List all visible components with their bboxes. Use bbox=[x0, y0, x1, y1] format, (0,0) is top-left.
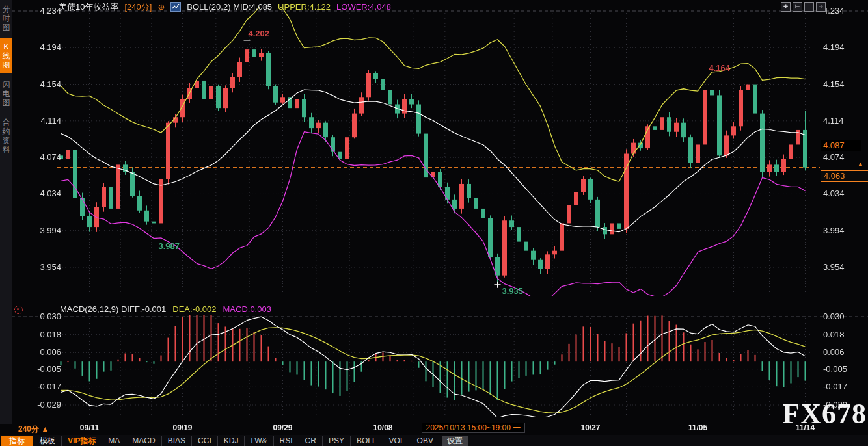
toolbar-tab-CR[interactable]: CR bbox=[299, 436, 322, 446]
toolbar-tab-PSY[interactable]: PSY bbox=[322, 436, 350, 446]
macd-axis-label: -0.005 bbox=[823, 364, 862, 374]
price-axis-label: 4.154 bbox=[22, 79, 61, 89]
boll-upper-label: UPPER:4.122 bbox=[278, 2, 331, 12]
last-price-label: 4.063 bbox=[821, 170, 868, 182]
price-axis-label: 3.994 bbox=[22, 226, 61, 235]
chart-tool-icons: ✚⊢⊥↦ bbox=[781, 2, 826, 12]
macd-axis-label: -0.017 bbox=[22, 382, 61, 391]
macd-axis-label: 0.006 bbox=[823, 347, 862, 357]
toolbar-tab-MACD[interactable]: MACD bbox=[126, 436, 161, 446]
macd-value-label: MACD:0.003 bbox=[223, 304, 271, 314]
dropdown-arrow-icon: ▲ bbox=[41, 425, 49, 434]
instrument-title: 美债10年收益率 bbox=[59, 1, 118, 13]
toolbar-tab-设置[interactable]: 设置 bbox=[442, 436, 468, 446]
macd-axis-label: -0.005 bbox=[22, 364, 61, 374]
macd-axis-label: -0.029 bbox=[22, 400, 61, 410]
toolbar-tab-RSI[interactable]: RSI bbox=[273, 436, 299, 446]
mid-price-label: 4.087 bbox=[821, 140, 861, 151]
toolbar-tab-KDJ[interactable]: KDJ bbox=[217, 436, 245, 446]
macd-axis-label: 0.030 bbox=[823, 311, 862, 321]
macd-axis-label: -0.017 bbox=[823, 382, 862, 391]
x-axis-tick: 10/27 bbox=[562, 423, 620, 432]
toolbar-tab-VOL[interactable]: VOL bbox=[383, 436, 411, 446]
price-axis-label: 4.074 bbox=[22, 152, 61, 162]
brand-watermark: FX678 bbox=[782, 397, 867, 430]
trading-terminal: 分时图K线图闪电图合约资料 美债10年收益率 [240分] ⊕ BOLL(20,… bbox=[0, 0, 868, 446]
x-axis-tick: 11/05 bbox=[669, 423, 727, 432]
toolbar-tab-BIAS[interactable]: BIAS bbox=[161, 436, 191, 446]
sidebar-item-3[interactable]: 闪电图 bbox=[0, 75, 12, 111]
price-axis-label: 4.194 bbox=[823, 42, 862, 52]
sidebar-item-4[interactable]: 合约资料 bbox=[0, 113, 12, 158]
x-axis-tick: 10/08 bbox=[354, 423, 413, 432]
boll-lower-label: LOWER:4.048 bbox=[336, 2, 391, 12]
indicator-toolbar: 指标模板VIP指标MAMACDBIASCCIKDJLW&RSICRPSYBOLL… bbox=[0, 435, 868, 446]
price-axis-label: 4.234 bbox=[22, 6, 61, 16]
macd-params-label: MACD(26,12,9) DIFF:-0.001 bbox=[60, 304, 166, 314]
sidebar-item-2[interactable]: K线图 bbox=[0, 38, 12, 73]
macd-axis-label: 0.018 bbox=[22, 330, 61, 339]
toolbar-tab-模板[interactable]: 模板 bbox=[34, 436, 61, 446]
mini-chart-icon[interactable] bbox=[170, 2, 181, 12]
chart-header: 美债10年收益率 [240分] ⊕ BOLL(20,2) MID:4.085 U… bbox=[59, 1, 391, 12]
price-axis-label: 4.114 bbox=[22, 116, 61, 125]
macd-header: MACD(26,12,9) DIFF:-0.001 DEA:-0.002 MAC… bbox=[60, 304, 271, 314]
x-axis-tick: 09/29 bbox=[254, 423, 312, 432]
kline-macd-canvas[interactable] bbox=[0, 0, 868, 446]
macd-axis-label: 0.030 bbox=[22, 311, 61, 321]
toolbar-tab-VIP指标[interactable]: VIP指标 bbox=[61, 436, 102, 446]
toolbar-tab-LW&[interactable]: LW& bbox=[244, 436, 273, 446]
selected-candle-time-label: 2025/10/13 15:00~19:00 一 bbox=[422, 423, 526, 433]
macd-axis-label: 0.006 bbox=[22, 347, 61, 357]
price-axis-label: 3.994 bbox=[823, 226, 862, 235]
x-axis-tick: 09/11 bbox=[61, 423, 119, 432]
toolbar-tab-MA[interactable]: MA bbox=[102, 436, 126, 446]
x-axis-scale-icon[interactable]: ⊢ bbox=[793, 2, 802, 12]
macd-dea-label: DEA:-0.002 bbox=[172, 304, 216, 314]
toolbar-tab-OBV[interactable]: OBV bbox=[411, 436, 439, 446]
toolbar-tab-指标[interactable]: 指标 bbox=[1, 436, 33, 446]
price-axis-label: 4.074 bbox=[823, 152, 862, 162]
period-tag[interactable]: [240分] bbox=[124, 1, 152, 13]
indicator-settings-icon[interactable] bbox=[14, 306, 23, 314]
sidebar-item-1[interactable]: 分时图 bbox=[0, 0, 12, 36]
price-axis-label: 4.194 bbox=[22, 42, 61, 52]
macd-axis-label: 0.018 bbox=[823, 330, 862, 339]
price-axis-label: 4.234 bbox=[823, 6, 862, 16]
link-icon[interactable]: ⊕ bbox=[157, 2, 165, 12]
toolbar-tab-CCI[interactable]: CCI bbox=[191, 436, 217, 446]
move-icon[interactable]: ✚ bbox=[781, 2, 791, 12]
chart-type-sidebar: 分时图K线图闪电图合约资料 bbox=[0, 0, 12, 424]
period-selector[interactable]: 240分 ▲ bbox=[18, 424, 49, 435]
y-axis-scale-icon[interactable]: ⊥ bbox=[804, 2, 814, 12]
price-axis-label: 4.034 bbox=[823, 189, 862, 198]
price-axis-label: 4.034 bbox=[22, 189, 61, 198]
price-axis-label: 4.154 bbox=[823, 79, 862, 89]
x-axis-tick: 09/19 bbox=[154, 423, 212, 432]
price-axis-label: 3.954 bbox=[823, 262, 862, 272]
boll-label: BOLL(20,2) MID:4.085 bbox=[187, 2, 272, 12]
toolbar-tab-BOLL[interactable]: BOLL bbox=[350, 436, 383, 446]
pan-right-icon[interactable]: ↦ bbox=[816, 2, 826, 12]
price-axis-label: 3.954 bbox=[22, 262, 61, 272]
price-up-marker-icon: ▲ bbox=[858, 161, 863, 167]
price-axis-label: 4.114 bbox=[823, 116, 862, 125]
